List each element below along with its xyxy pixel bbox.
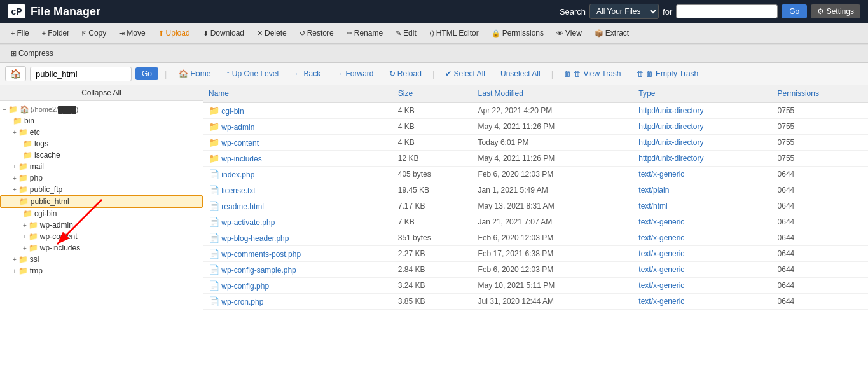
file-link[interactable]: wp-config-sample.php bbox=[221, 266, 296, 275]
cell-name[interactable]: 📄 wp-config.php bbox=[203, 278, 393, 294]
type-link[interactable]: text/x-generic bbox=[638, 170, 684, 179]
download-button[interactable]: ⬇ Download bbox=[197, 26, 250, 40]
settings-button[interactable]: ⚙ Settings bbox=[811, 4, 860, 18]
file-link[interactable]: wp-activate.php bbox=[221, 218, 275, 227]
tree-item-cgi-bin-sub[interactable]: 📁 cgi-bin bbox=[0, 208, 203, 219]
col-permissions[interactable]: Permissions bbox=[773, 85, 868, 102]
tree-item-mail[interactable]: + 📁 mail bbox=[0, 161, 203, 172]
view-button[interactable]: 👁 View bbox=[551, 26, 588, 40]
view-trash-button[interactable]: 🗑 🗑 View Trash bbox=[558, 67, 626, 81]
ssl-toggle[interactable]: + bbox=[13, 256, 17, 263]
cell-name[interactable]: 📁 cgi-bin bbox=[203, 102, 393, 119]
cell-name[interactable]: 📄 wp-comments-post.php bbox=[203, 246, 393, 262]
table-row[interactable]: 📄 wp-cron.php 3.85 KB Jul 31, 2020 12:44… bbox=[203, 294, 868, 310]
tree-item-tmp[interactable]: + 📁 tmp bbox=[0, 265, 203, 277]
tree-item-wp-admin-sub[interactable]: + 📁 wp-admin bbox=[0, 219, 203, 231]
mail-toggle[interactable]: + bbox=[13, 163, 17, 170]
restore-button[interactable]: ↺ Restore bbox=[294, 26, 340, 40]
table-row[interactable]: 📁 wp-content 4 KB Today 6:01 PM httpd/un… bbox=[203, 135, 868, 151]
cell-name[interactable]: 📁 wp-admin bbox=[203, 119, 393, 135]
tree-item-ssl[interactable]: + 📁 ssl bbox=[0, 254, 203, 265]
tree-item-wp-content-sub[interactable]: + 📁 wp-content bbox=[0, 231, 203, 242]
php-toggle[interactable]: + bbox=[13, 175, 17, 182]
cell-name[interactable]: 📁 wp-content bbox=[203, 135, 393, 151]
table-row[interactable]: 📄 readme.html 7.17 KB May 13, 2021 8:31 … bbox=[203, 198, 868, 214]
table-row[interactable]: 📁 wp-admin 4 KB May 4, 2021 11:26 PM htt… bbox=[203, 119, 868, 135]
wp-admin-sub-toggle[interactable]: + bbox=[23, 222, 27, 229]
permissions-button[interactable]: 🔒 Permissions bbox=[486, 26, 549, 40]
edit-button[interactable]: ✎ Edit bbox=[390, 26, 422, 40]
file-link[interactable]: wp-blog-header.php bbox=[221, 234, 289, 243]
type-link[interactable]: httpd/unix-directory bbox=[638, 154, 703, 163]
rename-button[interactable]: ✏ Rename bbox=[341, 26, 389, 40]
table-row[interactable]: 📄 wp-config-sample.php 2.84 KB Feb 6, 20… bbox=[203, 262, 868, 278]
cell-name[interactable]: 📄 wp-config-sample.php bbox=[203, 262, 393, 278]
unselect-all-button[interactable]: Unselect All bbox=[495, 67, 546, 81]
file-link[interactable]: license.txt bbox=[221, 186, 255, 195]
reload-button[interactable]: ↻ Reload bbox=[383, 67, 427, 81]
tree-item-root[interactable]: − 📁 🏠 (/home2/ ████ ) bbox=[0, 104, 203, 115]
cell-name[interactable]: 📄 index.php bbox=[203, 167, 393, 182]
type-link[interactable]: text/x-generic bbox=[638, 217, 684, 226]
table-row[interactable]: 📄 wp-comments-post.php 2.27 KB Feb 17, 2… bbox=[203, 246, 868, 262]
tree-item-lscache[interactable]: 📁 lscache bbox=[0, 149, 203, 161]
type-link[interactable]: httpd/unix-directory bbox=[638, 138, 703, 147]
table-row[interactable]: 📄 index.php 405 bytes Feb 6, 2020 12:03 … bbox=[203, 167, 868, 182]
col-name[interactable]: Name bbox=[203, 85, 393, 102]
copy-button[interactable]: ⎘ Copy bbox=[76, 26, 112, 40]
up-one-level-button[interactable]: ↑ Up One Level bbox=[220, 67, 284, 81]
type-link[interactable]: text/html bbox=[638, 202, 667, 210]
type-link[interactable]: text/x-generic bbox=[638, 297, 684, 306]
tree-item-etc[interactable]: + 📁 etc bbox=[0, 127, 203, 138]
file-link[interactable]: wp-cron.php bbox=[221, 298, 263, 306]
path-go-button[interactable]: Go bbox=[135, 67, 158, 80]
type-link[interactable]: text/x-generic bbox=[638, 249, 684, 258]
type-link[interactable]: text/plain bbox=[638, 186, 669, 195]
tmp-toggle[interactable]: + bbox=[13, 268, 17, 275]
path-input[interactable] bbox=[30, 67, 132, 81]
file-link[interactable]: wp-admin bbox=[221, 123, 254, 132]
type-link[interactable]: httpd/unix-directory bbox=[638, 106, 703, 115]
file-link[interactable]: cgi-bin bbox=[221, 107, 244, 116]
cell-name[interactable]: 📄 wp-blog-header.php bbox=[203, 230, 393, 246]
compress-button[interactable]: ⊞ Compress bbox=[5, 46, 59, 60]
tree-item-public-ftp[interactable]: + 📁 public_ftp bbox=[0, 184, 203, 195]
tree-item-wp-includes-sub[interactable]: + 📁 wp-includes bbox=[0, 242, 203, 254]
tree-item-logs[interactable]: 📁 logs bbox=[0, 138, 203, 149]
move-button[interactable]: ⇥ Move bbox=[113, 26, 151, 40]
search-scope-select[interactable]: All Your Files This Directory bbox=[589, 4, 659, 19]
back-button[interactable]: ← Back bbox=[288, 67, 326, 81]
table-row[interactable]: 📄 wp-config.php 3.24 KB May 10, 2021 5:1… bbox=[203, 278, 868, 294]
empty-trash-button[interactable]: 🗑 🗑 Empty Trash bbox=[631, 67, 705, 81]
type-link[interactable]: text/x-generic bbox=[638, 233, 684, 242]
file-link[interactable]: wp-content bbox=[221, 139, 259, 147]
wp-content-sub-toggle[interactable]: + bbox=[23, 233, 27, 240]
type-link[interactable]: text/x-generic bbox=[638, 265, 684, 274]
collapse-all-button[interactable]: Collapse All bbox=[0, 85, 203, 101]
home-button[interactable]: 🏠 Home bbox=[173, 67, 216, 81]
tree-item-php[interactable]: + 📁 php bbox=[0, 172, 203, 184]
html-editor-button[interactable]: ⟨⟩ HTML Editor bbox=[424, 26, 485, 40]
public-ftp-toggle[interactable]: + bbox=[13, 186, 17, 193]
col-size[interactable]: Size bbox=[393, 85, 473, 102]
table-row[interactable]: 📄 wp-blog-header.php 351 bytes Feb 6, 20… bbox=[203, 230, 868, 246]
col-modified[interactable]: Last Modified bbox=[473, 85, 634, 102]
cell-name[interactable]: 📄 license.txt bbox=[203, 182, 393, 198]
col-type[interactable]: Type bbox=[633, 85, 772, 102]
new-folder-button[interactable]: + Folder bbox=[36, 26, 75, 40]
wp-includes-sub-toggle[interactable]: + bbox=[23, 245, 27, 252]
public-html-toggle[interactable]: − bbox=[13, 198, 17, 205]
root-toggle[interactable]: − bbox=[3, 106, 6, 113]
file-link[interactable]: readme.html bbox=[221, 202, 264, 211]
forward-button[interactable]: → Forward bbox=[330, 67, 379, 81]
cell-name[interactable]: 📄 readme.html bbox=[203, 198, 393, 214]
delete-button[interactable]: ✕ Delete bbox=[251, 26, 293, 40]
new-file-button[interactable]: + File bbox=[5, 26, 35, 40]
cell-name[interactable]: 📄 wp-activate.php bbox=[203, 214, 393, 230]
cell-name[interactable]: 📄 wp-cron.php bbox=[203, 294, 393, 310]
type-link[interactable]: httpd/unix-directory bbox=[638, 122, 703, 131]
file-link[interactable]: wp-comments-post.php bbox=[221, 250, 301, 259]
tree-item-bin[interactable]: 📁 bin bbox=[0, 115, 203, 127]
table-row[interactable]: 📄 wp-activate.php 7 KB Jan 21, 2021 7:07… bbox=[203, 214, 868, 230]
search-go-button[interactable]: Go bbox=[782, 4, 807, 18]
